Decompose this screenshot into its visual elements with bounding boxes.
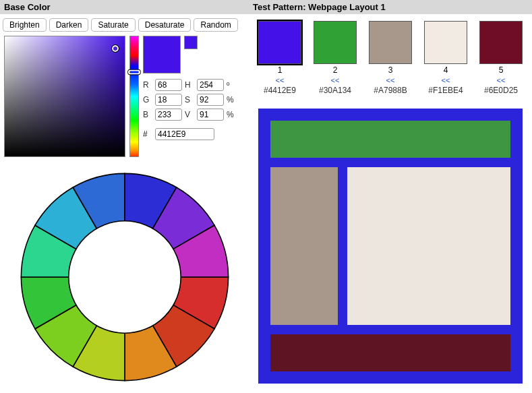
saturate-button[interactable]: Saturate (91, 18, 135, 32)
palette-strip: 1<<#4412E92<<#30A1343<<#A7988B4<<#F1EBE4… (249, 14, 532, 100)
r-input[interactable] (155, 79, 182, 91)
palette-prev-1[interactable]: << (276, 76, 285, 84)
layout-frame (258, 109, 523, 384)
adjust-toolbar: Brighten Darken Saturate Desaturate Rand… (0, 14, 249, 36)
s-input[interactable] (197, 94, 224, 106)
random-button[interactable]: Random (194, 18, 237, 32)
layout-header-block (270, 121, 510, 158)
layout-preview-area (249, 100, 532, 393)
palette-number-4: 4 (444, 65, 448, 75)
desaturate-button[interactable]: Desaturate (138, 18, 191, 32)
previous-color-swatch[interactable] (184, 36, 198, 49)
palette-number-2: 2 (333, 65, 338, 75)
sv-cursor[interactable] (112, 45, 119, 52)
preview-column: R H º G S % B V % # (143, 36, 245, 157)
palette-item-2: 2<<#30A134 (314, 21, 357, 95)
palette-item-3: 3<<#A7988B (369, 21, 412, 95)
pct-unit-1: % (227, 95, 233, 104)
palette-hex-1: #4412E9 (264, 86, 296, 95)
color-wheel[interactable] (17, 169, 233, 385)
palette-number-3: 3 (388, 65, 393, 75)
hue-cursor[interactable] (128, 70, 140, 75)
h-input[interactable] (197, 79, 224, 91)
g-label: G (143, 95, 152, 104)
palette-item-4: 4<<#F1EBE4 (424, 21, 467, 95)
layout-sidebar-block (270, 167, 338, 325)
palette-item-5: 5<<#6E0D25 (479, 21, 523, 95)
h-label: H (185, 80, 194, 90)
saturation-value-picker[interactable] (4, 36, 125, 157)
palette-swatch-3[interactable] (369, 21, 412, 64)
palette-number-1: 1 (278, 65, 283, 75)
palette-hex-3: #A7988B (374, 86, 407, 95)
base-color-title: Base Color (0, 0, 249, 14)
v-input[interactable] (197, 109, 224, 121)
darken-button[interactable]: Darken (49, 18, 89, 32)
palette-swatch-5[interactable] (479, 21, 523, 64)
test-pattern-panel: Test Pattern: Webpage Layout 1 1<<#4412E… (249, 0, 532, 393)
palette-item-1: 1<<#4412E9 (258, 21, 301, 95)
palette-hex-2: #30A134 (319, 86, 351, 95)
palette-prev-5[interactable]: << (497, 76, 506, 84)
hex-input[interactable] (155, 128, 214, 140)
picker-row: R H º G S % B V % # (0, 36, 249, 157)
palette-swatch-2[interactable] (314, 21, 357, 64)
test-pattern-title: Test Pattern: Webpage Layout 1 (249, 0, 532, 14)
color-wheel-wrap (0, 157, 249, 385)
b-label: B (143, 110, 152, 119)
layout-footer-block (270, 334, 510, 371)
palette-swatch-4[interactable] (424, 21, 467, 64)
palette-hex-4: #F1EBE4 (428, 86, 463, 95)
palette-prev-4[interactable]: << (442, 76, 450, 84)
g-input[interactable] (155, 94, 182, 106)
deg-unit: º (227, 80, 233, 90)
svg-point-0 (68, 221, 180, 333)
palette-number-5: 5 (499, 65, 504, 75)
palette-prev-3[interactable]: << (386, 76, 395, 84)
palette-prev-2[interactable]: << (331, 76, 340, 84)
hash-label: # (143, 129, 152, 139)
pct-unit-2: % (227, 110, 233, 119)
palette-swatch-1[interactable] (258, 21, 301, 64)
value-inputs: R H º G S % B V % (143, 79, 245, 121)
b-input[interactable] (155, 109, 182, 121)
r-label: R (143, 80, 152, 90)
base-color-panel: Base Color Brighten Darken Saturate Desa… (0, 0, 249, 393)
layout-main-block (347, 167, 510, 325)
palette-hex-5: #6E0D25 (484, 86, 518, 95)
brighten-button[interactable]: Brighten (3, 18, 47, 32)
v-label: V (185, 110, 194, 119)
hue-slider[interactable] (129, 36, 139, 157)
s-label: S (185, 95, 194, 104)
current-color-swatch (143, 36, 181, 73)
